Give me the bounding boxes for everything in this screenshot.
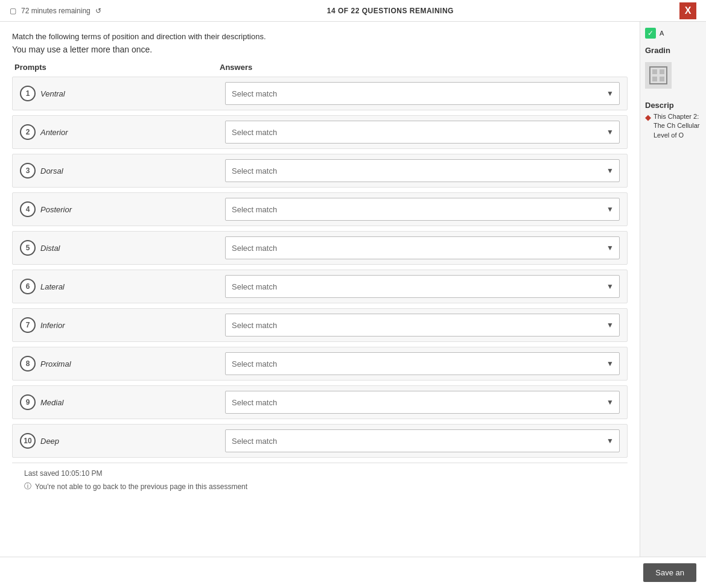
match-row: 9 Medial Select match a. Toward the fron… xyxy=(12,385,628,419)
prompt-col-6: 6 Lateral xyxy=(20,279,225,294)
grading-icon xyxy=(645,62,672,89)
circle-8: 8 xyxy=(20,356,36,371)
match-row: 1 Ventral Select match a. Toward the fro… xyxy=(12,77,628,110)
circle-4: 4 xyxy=(20,201,36,217)
prompt-col-7: 7 Inferior xyxy=(20,317,225,333)
select-10[interactable]: Select match a. Toward the front b. Towa… xyxy=(225,429,620,452)
match-header: Prompts Answers xyxy=(12,63,628,72)
circle-7: 7 xyxy=(20,317,36,333)
question-area: Match the following terms of position an… xyxy=(0,22,640,588)
match-row: 2 Anterior Select match a. Toward the fr… xyxy=(12,115,628,149)
match-row: 4 Posterior Select match a. Toward the f… xyxy=(12,192,628,226)
match-row: 3 Dorsal Select match a. Toward the fron… xyxy=(12,154,628,188)
match-row: 5 Distal Select match a. Toward the fron… xyxy=(12,231,628,265)
info-note-text: You're not able to go back to the previo… xyxy=(35,482,247,491)
svg-rect-1 xyxy=(652,69,657,74)
answer-col-3: Select match a. Toward the front b. Towa… xyxy=(225,159,620,182)
save-area: Save an xyxy=(0,557,706,588)
prompt-col-9: 9 Medial xyxy=(20,394,225,410)
select-1[interactable]: Select match a. Toward the front b. Towa… xyxy=(225,82,620,105)
answers-header: Answers xyxy=(217,63,628,72)
prompt-label-1: Ventral xyxy=(40,89,65,98)
prompt-label-3: Dorsal xyxy=(40,166,63,175)
prompt-label-4: Posterior xyxy=(40,205,72,214)
top-bar-left: ▢ 72 minutes remaining ↺ xyxy=(10,7,101,15)
prompt-label-8: Proximal xyxy=(40,359,71,368)
circle-6: 6 xyxy=(20,279,36,294)
select-4[interactable]: Select match a. Toward the front b. Towa… xyxy=(225,198,620,221)
prompt-label-7: Inferior xyxy=(40,321,65,330)
prompt-label-6: Lateral xyxy=(40,282,65,291)
info-icon: ⓘ xyxy=(24,481,31,492)
select-wrapper-2: Select match a. Toward the front b. Towa… xyxy=(225,121,620,144)
circle-10: 10 xyxy=(20,433,36,449)
match-row: 7 Inferior Select match a. Toward the fr… xyxy=(12,308,628,342)
select-wrapper-8: Select match a. Toward the front b. Towa… xyxy=(225,352,620,375)
circle-1: 1 xyxy=(20,86,36,101)
answer-col-8: Select match a. Toward the front b. Towa… xyxy=(225,352,620,375)
questions-remaining: 14 OF 22 QUESTIONS REMAINING xyxy=(327,7,454,15)
description-text: This Chapter 2: The Ch Cellular Level of… xyxy=(654,112,701,140)
info-note: ⓘ You're not able to go back to the prev… xyxy=(24,481,615,492)
close-button[interactable]: X xyxy=(679,2,696,19)
select-wrapper-5: Select match a. Toward the front b. Towa… xyxy=(225,236,620,259)
timer-text: 72 minutes remaining xyxy=(21,7,91,15)
right-sidebar: ✓ A Gradin Descrip ◆ This Chapter 2: The… xyxy=(640,22,706,588)
save-button[interactable]: Save an xyxy=(643,563,696,582)
select-wrapper-4: Select match a. Toward the front b. Towa… xyxy=(225,198,620,221)
select-8[interactable]: Select match a. Toward the front b. Towa… xyxy=(225,352,620,375)
sidebar-letter: A xyxy=(660,30,664,37)
timer-icon: ▢ xyxy=(10,7,16,15)
select-wrapper-3: Select match a. Toward the front b. Towa… xyxy=(225,159,620,182)
instruction-line1: Match the following terms of position an… xyxy=(12,31,628,42)
checkbox-icon: ✓ xyxy=(645,28,656,39)
answer-col-4: Select match a. Toward the front b. Towa… xyxy=(225,198,620,221)
select-wrapper-6: Select match a. Toward the front b. Towa… xyxy=(225,275,620,298)
select-wrapper-9: Select match a. Toward the front b. Towa… xyxy=(225,391,620,414)
description-title: Descrip xyxy=(645,101,701,110)
prompt-col-3: 3 Dorsal xyxy=(20,163,225,179)
description-item: ◆ This Chapter 2: The Ch Cellular Level … xyxy=(645,112,701,140)
refresh-icon: ↺ xyxy=(95,7,101,15)
svg-rect-3 xyxy=(652,77,657,81)
page-wrapper: ▢ 72 minutes remaining ↺ 14 OF 22 QUESTI… xyxy=(0,0,706,588)
select-3[interactable]: Select match a. Toward the front b. Towa… xyxy=(225,159,620,182)
prompt-col-2: 2 Anterior xyxy=(20,124,225,140)
description-section: Descrip ◆ This Chapter 2: The Ch Cellula… xyxy=(645,101,701,140)
select-7[interactable]: Select match a. Toward the front b. Towa… xyxy=(225,314,620,337)
select-wrapper-7: Select match a. Toward the front b. Towa… xyxy=(225,314,620,337)
select-wrapper-1: Select match a. Toward the front b. Towa… xyxy=(225,82,620,105)
answer-col-9: Select match a. Toward the front b. Towa… xyxy=(225,391,620,414)
prompt-col-5: 5 Distal xyxy=(20,240,225,256)
prompt-col-10: 10 Deep xyxy=(20,433,225,449)
prompt-col-8: 8 Proximal xyxy=(20,356,225,371)
select-wrapper-10: Select match a. Toward the front b. Towa… xyxy=(225,429,620,452)
answer-col-6: Select match a. Toward the front b. Towa… xyxy=(225,275,620,298)
grading-label: Gradin xyxy=(645,46,701,55)
prompt-label-10: Deep xyxy=(40,437,59,446)
answer-col-5: Select match a. Toward the front b. Towa… xyxy=(225,236,620,259)
main-content: Match the following terms of position an… xyxy=(0,22,706,588)
top-bar-right: X xyxy=(679,2,696,19)
select-5[interactable]: Select match a. Toward the front b. Towa… xyxy=(225,236,620,259)
answer-col-10: Select match a. Toward the front b. Towa… xyxy=(225,429,620,452)
select-6[interactable]: Select match a. Toward the front b. Towa… xyxy=(225,275,620,298)
prompt-col-4: 4 Posterior xyxy=(20,201,225,217)
svg-rect-4 xyxy=(660,77,664,81)
prompt-label-2: Anterior xyxy=(40,128,68,137)
bookmark-icon: ◆ xyxy=(645,112,651,123)
circle-3: 3 xyxy=(20,163,36,179)
svg-rect-2 xyxy=(660,69,664,74)
match-row: 10 Deep Select match a. Toward the front… xyxy=(12,424,628,458)
circle-9: 9 xyxy=(20,394,36,410)
select-2[interactable]: Select match a. Toward the front b. Towa… xyxy=(225,121,620,144)
answer-col-7: Select match a. Toward the front b. Towa… xyxy=(225,314,620,337)
last-saved-text: Last saved 10:05:10 PM xyxy=(24,469,615,478)
match-row: 8 Proximal Select match a. Toward the fr… xyxy=(12,347,628,381)
bottom-info: Last saved 10:05:10 PM ⓘ You're not able… xyxy=(12,463,628,498)
match-row: 6 Lateral Select match a. Toward the fro… xyxy=(12,270,628,303)
instruction-line2: You may use a letter more than once. xyxy=(12,45,628,54)
select-9[interactable]: Select match a. Toward the front b. Towa… xyxy=(225,391,620,414)
circle-5: 5 xyxy=(20,240,36,256)
prompt-label-5: Distal xyxy=(40,244,60,253)
